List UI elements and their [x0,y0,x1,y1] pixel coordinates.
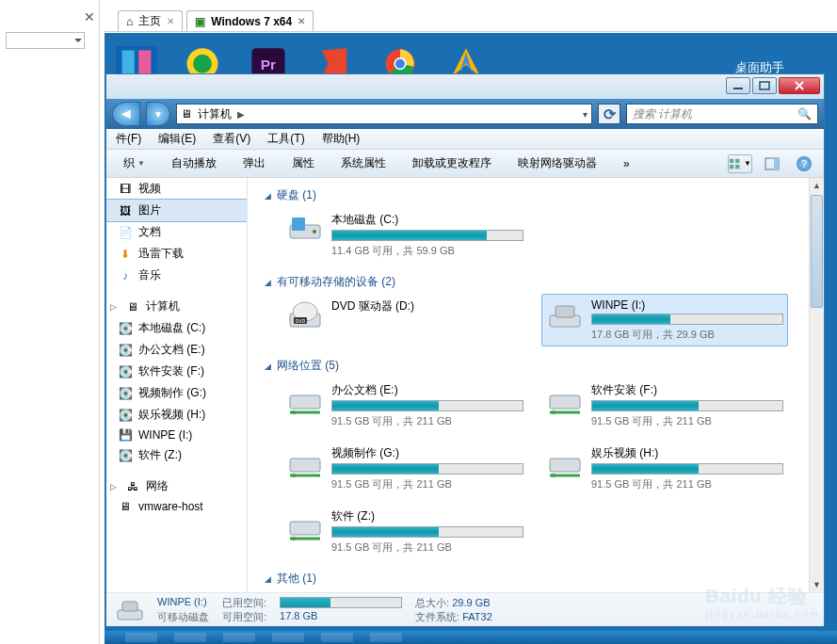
computer-icon: 🖥 [125,300,140,314]
search-input[interactable]: 搜索 计算机 🔍 [626,104,818,124]
sidebar-item-thunder[interactable]: ⬇迅雷下载 [106,243,247,265]
netdrive-icon: 💽 [118,409,133,422]
netdrive-icon [546,382,584,416]
section-removable[interactable]: ◢有可移动存储的设备 (2) [259,270,820,294]
tab-close-icon[interactable]: ✕ [167,16,174,26]
view-mode-button[interactable]: ▼ [728,154,752,173]
cmd-more[interactable]: » [614,155,639,172]
netdrive-icon [286,445,324,479]
svg-point-30 [552,411,555,414]
sidebar-item-network[interactable]: ▷🖧网络 [106,475,247,497]
netdrive-icon [286,508,324,542]
maximize-button[interactable] [752,77,777,94]
netdrive-icon [286,382,324,416]
search-placeholder: 搜索 计算机 [633,106,692,122]
tab-home[interactable]: ⌂ 主页 ✕ [118,10,183,31]
help-button[interactable]: ? [792,154,816,173]
drive-z[interactable]: 软件 (Z:)91.5 GB 可用，共 211 GB [282,504,528,559]
download-icon: ⬇ [118,248,133,261]
sidebar-item-videos[interactable]: 🎞视频 [106,178,247,200]
cmd-uninstall[interactable]: 卸载或更改程序 [403,153,501,173]
svg-rect-19 [292,217,305,231]
menu-view[interactable]: 查看(V) [205,129,258,149]
svg-rect-35 [290,522,320,535]
drive-g[interactable]: 视频制作 (G:)91.5 GB 可用，共 211 GB [282,441,528,496]
section-hdd[interactable]: ◢硬盘 (1) [259,184,820,207]
drive-dvd[interactable]: DVD DVD 驱动器 (D:) [282,294,528,346]
nav-forward-button[interactable]: ▼ [146,102,170,126]
cmd-eject[interactable]: 弹出 [233,153,275,173]
section-network[interactable]: ◢网络位置 (5) [259,354,820,378]
preview-pane-button[interactable] [760,154,784,173]
drive-f[interactable]: 软件安装 (F:)91.5 GB 可用，共 211 GB [541,378,788,433]
svg-rect-10 [733,88,743,89]
sidebar-drive-g[interactable]: 💽视频制作 (G:) [106,382,247,404]
sidebar-item-documents[interactable]: 📄文档 [106,221,247,243]
drive-e[interactable]: 办公文档 (E:)91.5 GB 可用，共 211 GB [282,378,528,433]
tab-label: 主页 [138,13,161,29]
chevron-down-icon[interactable]: ▾ [583,109,588,120]
menu-help[interactable]: 帮助(H) [314,129,368,149]
sidebar-network-host[interactable]: 🖥vmware-host [106,497,247,516]
sidebar-drive-e[interactable]: 💽办公文档 (E:) [106,339,247,361]
usb-drive-icon [116,597,144,623]
scroll-up-icon[interactable]: ▲ [810,178,824,193]
collapse-icon: ◢ [265,574,271,584]
explorer-window: ◄ ▼ 🖥 计算机 ▶ ▾ ⟳ 搜索 计算机 🔍 件(F) 编辑(E) 查看(V… [105,73,825,627]
cmd-properties[interactable]: 属性 [282,153,324,173]
svg-rect-11 [760,82,769,89]
svg-rect-13 [735,158,739,162]
usage-bar [331,230,523,241]
svg-rect-26 [555,306,574,317]
svg-rect-33 [550,459,580,472]
menu-file[interactable]: 件(F) [108,129,149,149]
refresh-button[interactable]: ⟳ [598,104,620,124]
details-used-key: 已用空间: [222,596,266,610]
details-pane: WINPE (I:) 已用空间: 总大小: 29.9 GB 可移动磁盘 可用空间… [106,592,824,626]
sidebar-item-pictures[interactable]: 🖼图片 [106,199,247,222]
details-free-key: 可用空间: [222,610,266,624]
search-icon: 🔍 [797,107,812,121]
organize-button[interactable]: 织▼ [114,153,154,173]
usage-bar [591,314,783,325]
pc-icon: 🖥 [118,500,133,513]
vertical-scrollbar[interactable]: ▲ ▼ [809,178,824,592]
guest-taskbar[interactable] [105,631,837,644]
scroll-thumb[interactable] [811,195,823,308]
tab-vm[interactable]: ▣ Windows 7 x64 ✕ [186,10,314,31]
host-dropdown[interactable] [6,32,85,49]
sidebar-drive-h[interactable]: 💽娱乐视频 (H:) [106,404,247,426]
tab-close-icon[interactable]: ✕ [298,16,305,26]
menu-edit[interactable]: 编辑(E) [151,129,203,149]
video-icon: 🎞 [118,183,133,196]
host-tabs: ⌂ 主页 ✕ ▣ Windows 7 x64 ✕ [105,9,837,32]
scroll-down-icon[interactable]: ▼ [810,577,824,592]
minimize-button[interactable] [726,77,750,94]
address-bar-row: ◄ ▼ 🖥 计算机 ▶ ▾ ⟳ 搜索 计算机 🔍 [106,99,824,129]
hdd-icon [286,212,324,246]
drive-winpe[interactable]: WINPE (I:) 17.8 GB 可用，共 29.9 GB [541,294,788,346]
chevron-right-icon[interactable]: ▶ [237,109,245,120]
breadcrumb[interactable]: 计算机 [198,106,232,122]
sidebar-drive-c[interactable]: 💽本地磁盘 (C:) [106,317,247,339]
collapse-icon: ◢ [265,362,271,371]
cmd-mapdrive[interactable]: 映射网络驱动器 [508,153,606,173]
usb-drive-icon [546,298,584,332]
drive-c[interactable]: 本地磁盘 (C:) 11.4 GB 可用，共 59.9 GB [282,207,528,263]
sidebar-drive-f[interactable]: 💽软件安装 (F:) [106,361,247,382]
cmd-autoplay[interactable]: 自动播放 [162,153,226,173]
sidebar-item-music[interactable]: ♪音乐 [106,265,247,286]
sidebar-drive-i[interactable]: 💾WINPE (I:) [106,426,247,444]
section-other[interactable]: ◢其他 (1) [259,567,820,590]
home-icon: ⌂ [126,15,133,28]
sidebar-drive-z[interactable]: 💽软件 (Z:) [106,444,247,466]
close-icon[interactable]: ✕ [84,9,95,24]
address-bar[interactable]: 🖥 计算机 ▶ ▾ [176,104,592,124]
drive-h[interactable]: 娱乐视频 (H:)91.5 GB 可用，共 211 GB [541,441,788,496]
cmd-sysprops[interactable]: 系统属性 [331,153,395,173]
menu-tools[interactable]: 工具(T) [260,129,312,149]
nav-back-button[interactable]: ◄ [112,102,140,126]
close-button[interactable] [779,77,820,94]
sidebar-item-computer[interactable]: ▷🖥计算机 [106,296,247,317]
titlebar[interactable] [106,74,824,99]
